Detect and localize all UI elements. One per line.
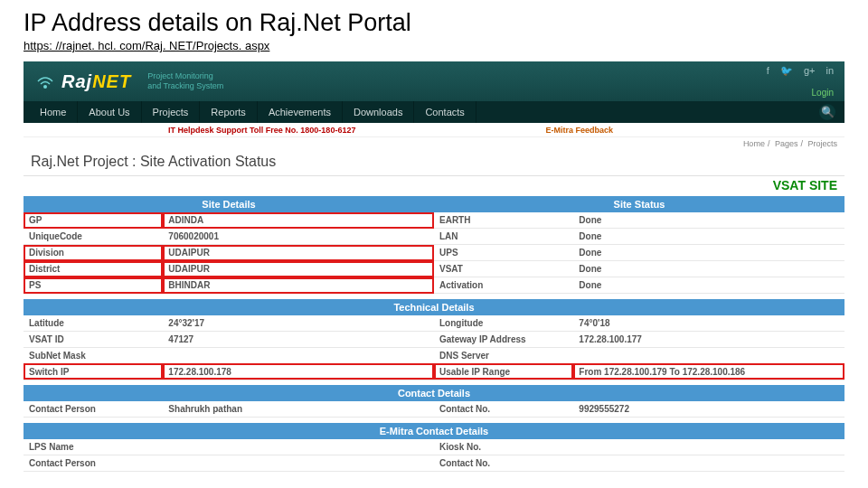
val-ecp <box>163 455 434 471</box>
sub-bar: IT Helpdesk Support Toll Free No. 1800-1… <box>24 123 844 137</box>
lbl-ecp: Contact Person <box>24 455 163 471</box>
val-range: From 172.28.100.179 To 172.28.100.186 <box>573 363 844 380</box>
hdr-technical: Technical Details <box>24 299 844 315</box>
lbl-cp: Contact Person <box>24 401 163 418</box>
twitter-icon[interactable]: 🐦 <box>780 65 793 77</box>
val-subnet <box>163 347 434 363</box>
search-icon[interactable]: 🔍 <box>819 104 835 120</box>
lbl-code: UniqueCode <box>24 229 163 245</box>
val-ecn <box>573 455 844 471</box>
val-vsat: Done <box>573 261 844 277</box>
val-switch: 172.28.100.178 <box>163 363 434 380</box>
val-activation: Done <box>573 277 844 294</box>
logo-text: RajNET <box>61 71 131 92</box>
hdr-site-status: Site Status <box>434 196 844 212</box>
val-lon: 74°0'18 <box>573 315 844 332</box>
lbl-subnet: SubNet Mask <box>24 347 163 363</box>
lbl-district: District <box>24 261 163 277</box>
crumb-home[interactable]: Home <box>743 139 765 148</box>
logo[interactable]: RajNET <box>33 69 131 94</box>
portal-frame: RajNET Project Monitoring and Tracking S… <box>24 61 844 472</box>
logo-icon <box>33 69 58 94</box>
val-gwip: 172.28.100.177 <box>573 331 844 347</box>
nav-projects[interactable]: Projects <box>142 101 201 123</box>
val-vsatid: 47127 <box>163 331 434 347</box>
val-cp: Shahrukh pathan <box>163 401 434 418</box>
val-lan: Done <box>573 229 844 245</box>
helpdesk-text: IT Helpdesk Support Toll Free No. 1800-1… <box>168 126 355 135</box>
val-kiosk <box>573 439 844 455</box>
lbl-vsatid: VSAT ID <box>24 331 163 347</box>
facebook-icon[interactable]: f <box>767 65 769 77</box>
lbl-ps: PS <box>24 277 163 294</box>
crumb-projects[interactable]: Projects <box>807 139 837 148</box>
crumb-pages[interactable]: Pages <box>775 139 798 148</box>
header-bar: RajNET Project Monitoring and Tracking S… <box>24 61 844 101</box>
lbl-gwip: Gateway IP Address <box>434 331 573 347</box>
linkedin-icon[interactable]: in <box>826 65 834 77</box>
nav-downloads[interactable]: Downloads <box>343 101 414 123</box>
lbl-gp: GP <box>24 212 163 229</box>
lbl-switch: Switch IP <box>24 363 163 380</box>
lbl-division: Division <box>24 245 163 261</box>
lbl-range: Usable IP Range <box>434 363 573 380</box>
tagline: Project Monitoring and Tracking System <box>147 71 223 91</box>
gplus-icon[interactable]: g+ <box>804 65 816 77</box>
feedback-link[interactable]: E-Mitra Feedback <box>545 126 613 135</box>
val-cn: 9929555272 <box>573 401 844 418</box>
site-table: Site DetailsSite Status GPADINDAEARTHDon… <box>24 196 844 472</box>
slide-url: https: //rajnet. hcl. com/Raj. NET/Proje… <box>0 39 868 60</box>
val-district: UDAIPUR <box>163 261 434 277</box>
login-link[interactable]: Login <box>812 88 834 98</box>
lbl-lat: Latitude <box>24 315 163 332</box>
slide-title: IP Address details on Raj.Net Portal <box>0 0 868 39</box>
nav-contacts[interactable]: Contacts <box>414 101 476 123</box>
nav-about[interactable]: About Us <box>78 101 141 123</box>
hdr-site-details: Site Details <box>24 196 434 212</box>
lbl-vsat: VSAT <box>434 261 573 277</box>
nav-reports[interactable]: Reports <box>200 101 258 123</box>
breadcrumb: Home/ Pages/ Projects <box>24 137 844 150</box>
vsat-badge: VSAT SITE <box>24 176 844 196</box>
hdr-contact: Contact Details <box>24 385 844 401</box>
val-dns <box>573 347 844 363</box>
val-ups: Done <box>573 245 844 261</box>
val-code: 7060020001 <box>163 229 434 245</box>
hdr-emitra: E-Mitra Contact Details <box>24 423 844 439</box>
lbl-ecn: Contact No. <box>434 455 573 471</box>
lbl-kiosk: Kiosk No. <box>434 439 573 455</box>
svg-point-0 <box>43 85 47 89</box>
lbl-cn: Contact No. <box>434 401 573 418</box>
lbl-ups: UPS <box>434 245 573 261</box>
val-gp: ADINDA <box>163 212 434 229</box>
lbl-lon: Longitude <box>434 315 573 332</box>
lbl-activation: Activation <box>434 277 573 294</box>
page-title: Raj.Net Project : Site Activation Status <box>24 150 844 176</box>
social-icons: f 🐦 g+ in <box>767 65 834 77</box>
nav-achievements[interactable]: Achievements <box>258 101 343 123</box>
nav-home[interactable]: Home <box>29 101 78 123</box>
val-lat: 24°32'17 <box>163 315 434 332</box>
lbl-lps: LPS Name <box>24 439 163 455</box>
val-earth: Done <box>573 212 844 229</box>
lbl-lan: LAN <box>434 229 573 245</box>
val-ps: BHINDAR <box>163 277 434 294</box>
val-division: UDAIPUR <box>163 245 434 261</box>
lbl-earth: EARTH <box>434 212 573 229</box>
lbl-dns: DNS Server <box>434 347 573 363</box>
val-lps <box>163 439 434 455</box>
navbar: Home About Us Projects Reports Achieveme… <box>24 101 844 123</box>
